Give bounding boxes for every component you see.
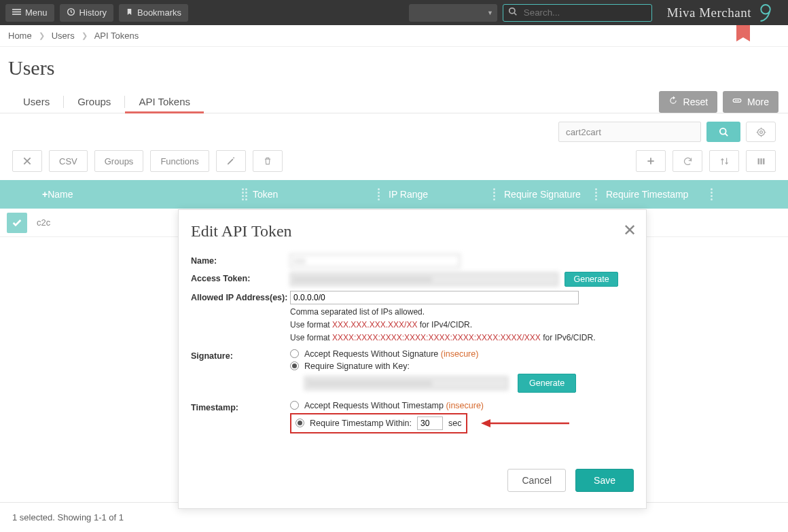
- col-name[interactable]: +Name: [34, 189, 245, 200]
- refresh-icon: [668, 96, 678, 107]
- search-icon: [719, 127, 729, 137]
- timestamp-label: Timestamp:: [191, 401, 290, 412]
- signature-radio-accept[interactable]: [290, 349, 299, 358]
- filter-row: [0, 113, 788, 150]
- trash-icon: [263, 156, 272, 166]
- modal-close-button[interactable]: ✕: [623, 222, 637, 238]
- plus-icon: [646, 156, 656, 166]
- functions-button[interactable]: Functions: [150, 150, 209, 172]
- svg-rect-15: [763, 158, 765, 164]
- chevron-right-icon: ❯: [82, 31, 88, 40]
- crumb-home[interactable]: Home: [8, 31, 32, 41]
- chevron-down-icon: ▼: [487, 10, 493, 16]
- svg-point-7: [735, 100, 736, 101]
- delete-button[interactable]: [253, 150, 283, 172]
- close-selection-button[interactable]: [12, 150, 42, 172]
- store-select[interactable]: ▼: [409, 4, 497, 22]
- global-search-input[interactable]: [503, 4, 652, 22]
- svg-rect-14: [760, 158, 762, 164]
- signature-radio-require[interactable]: [290, 361, 299, 370]
- groups-button[interactable]: Groups: [94, 150, 144, 172]
- timestamp-seconds-input[interactable]: [417, 416, 443, 430]
- ellipsis-icon: [732, 96, 742, 107]
- pencil-icon: [226, 156, 236, 166]
- tabs: Users Groups API Tokens Reset More: [0, 90, 788, 113]
- more-button[interactable]: More: [723, 91, 778, 113]
- svg-point-9: [738, 100, 740, 101]
- col-require-timestamp[interactable]: Require Timestamp: [598, 189, 713, 200]
- add-button[interactable]: [636, 150, 666, 172]
- bookmarks-button[interactable]: Bookmarks: [119, 4, 188, 22]
- timestamp-radio-accept[interactable]: [290, 401, 299, 410]
- breadcrumb: Home ❯ Users ❯ API Tokens: [0, 25, 788, 47]
- filter-input[interactable]: [558, 122, 701, 142]
- svg-point-4: [509, 8, 515, 14]
- name-input[interactable]: [290, 254, 460, 268]
- bookmark-icon: [126, 7, 133, 18]
- crumb-api-tokens[interactable]: API Tokens: [94, 31, 139, 41]
- sort-button[interactable]: [709, 150, 739, 172]
- signature-key-input[interactable]: [304, 376, 508, 390]
- reset-button[interactable]: Reset: [659, 91, 718, 113]
- access-token-label: Access Token:: [191, 272, 290, 283]
- timestamp-radio-require[interactable]: [296, 419, 304, 427]
- tab-groups[interactable]: Groups: [64, 90, 124, 113]
- menu-label: Menu: [25, 7, 48, 18]
- close-icon: ✕: [623, 221, 637, 239]
- annotation-arrow-icon: [481, 416, 569, 430]
- target-icon: [756, 127, 766, 137]
- tab-users[interactable]: Users: [10, 90, 63, 113]
- ip-hint-3: Use format XXXX:XXXX:XXXX:XXXX:XXXX:XXXX…: [290, 332, 634, 343]
- search-icon: [508, 7, 518, 18]
- reset-label: Reset: [683, 96, 709, 107]
- svg-point-8: [736, 100, 738, 101]
- bookmarks-label: Bookmarks: [137, 7, 181, 18]
- check-icon: [12, 217, 22, 228]
- col-require-signature[interactable]: Require Signature: [496, 189, 598, 200]
- columns-button[interactable]: [746, 150, 776, 172]
- timestamp-unit: sec: [448, 419, 461, 428]
- svg-rect-2: [12, 14, 21, 15]
- clock-icon: [67, 7, 75, 18]
- timestamp-require-highlight: Require Timestamp Within: sec: [290, 413, 467, 433]
- history-label: History: [79, 7, 107, 18]
- cancel-button[interactable]: Cancel: [507, 469, 566, 492]
- filter-settings-button[interactable]: [746, 122, 776, 142]
- signature-label: Signature:: [191, 349, 290, 361]
- ip-hint-1: Comma separated list of IPs allowed.: [290, 306, 634, 317]
- crumb-users[interactable]: Users: [52, 31, 75, 41]
- col-token[interactable]: Token: [245, 189, 380, 200]
- filter-search-button[interactable]: [706, 122, 740, 142]
- edit-api-token-modal: Edit API Token ✕ Name: Access Token: Gen…: [178, 209, 647, 509]
- history-button[interactable]: History: [60, 4, 113, 22]
- col-ip-range[interactable]: IP Range: [380, 189, 496, 200]
- tab-api-tokens[interactable]: API Tokens: [125, 90, 204, 113]
- generate-access-token-button[interactable]: Generate: [565, 272, 617, 287]
- row-checkbox[interactable]: [7, 213, 27, 233]
- brand-nine-icon: [755, 3, 776, 23]
- svg-rect-0: [12, 9, 21, 10]
- status-text: 1 selected. Showing 1-1 of 1: [12, 512, 124, 522]
- csv-button[interactable]: CSV: [49, 150, 88, 172]
- svg-point-12: [757, 128, 764, 135]
- modal-title: Edit API Token ✕: [179, 210, 646, 250]
- brand-text: Miva Merchant: [667, 5, 751, 20]
- chevron-right-icon: ❯: [39, 31, 45, 40]
- hamburger-icon: [12, 7, 21, 18]
- access-token-input[interactable]: [290, 272, 558, 286]
- refresh-list-button[interactable]: [673, 150, 702, 172]
- sort-icon: [719, 156, 730, 166]
- save-button[interactable]: Save: [575, 469, 634, 492]
- edit-button[interactable]: [216, 150, 246, 172]
- signature-accept-label: Accept Requests Without Signature (insec…: [304, 349, 478, 359]
- menu-button[interactable]: Menu: [5, 4, 54, 22]
- bookmark-ribbon-icon[interactable]: [736, 25, 750, 37]
- allowed-ip-input[interactable]: [290, 291, 579, 304]
- timestamp-accept-label: Accept Requests Without Timestamp (insec…: [304, 401, 484, 410]
- generate-signature-key-button[interactable]: Generate: [518, 374, 576, 393]
- refresh-icon: [683, 156, 693, 166]
- table-header: +Name Token IP Range Require Signature R…: [0, 180, 788, 209]
- allowed-ips-label: Allowed IP Address(es):: [191, 291, 290, 302]
- columns-icon: [756, 156, 766, 166]
- page-title: Users: [0, 47, 788, 90]
